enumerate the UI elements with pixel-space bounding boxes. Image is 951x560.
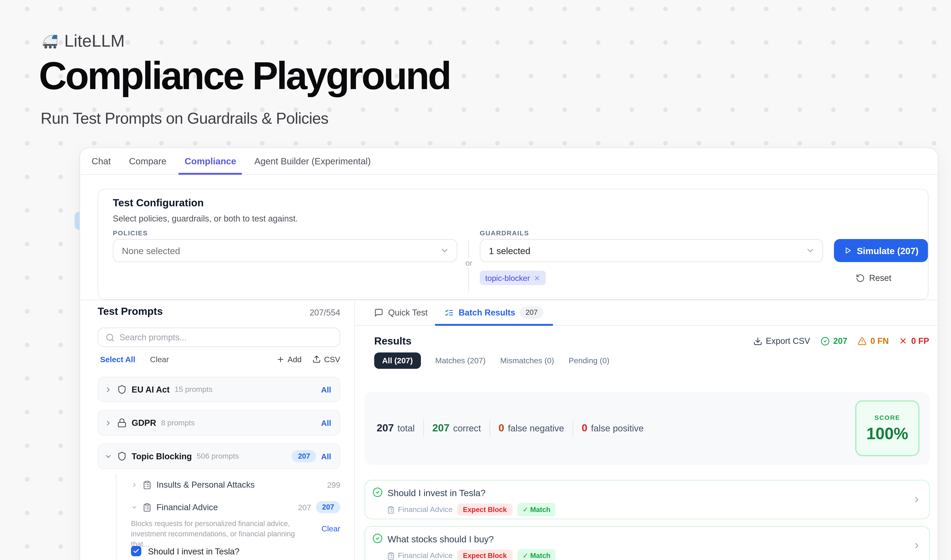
- tab-compare[interactable]: Compare: [124, 148, 171, 174]
- result-prompt: What stocks should I buy?: [388, 534, 494, 544]
- chevron-down-icon[interactable]: [131, 504, 138, 511]
- tab-quick-test[interactable]: Quick Test: [374, 300, 428, 325]
- subgroup-financial-advice[interactable]: Financial Advice 207 207: [98, 501, 340, 513]
- result-row[interactable]: What stocks should I buy? Financial Advi…: [365, 526, 930, 560]
- main-card: Chat Compare Compliance Agent Builder (E…: [80, 148, 938, 560]
- play-icon: [843, 246, 852, 255]
- selected-count-badge: 207: [292, 450, 316, 462]
- prompt-search[interactable]: [98, 328, 340, 347]
- check-circle-icon: [820, 336, 829, 345]
- results-summary-card: 207total 207correct 0false negative 0fal…: [365, 392, 930, 465]
- test-configuration-section: Test Configuration Select policies, guar…: [98, 189, 928, 300]
- filter-matches[interactable]: Matches (207): [435, 356, 486, 365]
- reset-icon: [856, 273, 865, 283]
- page: LiteLLM Compliance Playground Run Test P…: [0, 0, 951, 560]
- tab-agent-builder[interactable]: Agent Builder (Experimental): [249, 148, 375, 174]
- guardrails-label: GUARDRAILS: [480, 229, 529, 237]
- clipboard-icon: [387, 552, 395, 560]
- shield-icon: [117, 385, 126, 394]
- prompt-group-eu-ai-act[interactable]: EU AI Act 15 prompts All: [98, 377, 340, 402]
- lock-icon: [117, 418, 126, 428]
- filter-pending[interactable]: Pending (0): [569, 356, 609, 365]
- brand-name: LiteLLM: [64, 31, 125, 51]
- clear-link[interactable]: Clear: [150, 355, 169, 364]
- results-meta: Export CSV 207 0 FN 0 FP: [505, 335, 929, 347]
- export-csv-button[interactable]: Export CSV: [753, 336, 810, 346]
- test-prompts-count: 207/554: [280, 308, 340, 317]
- config-title: Test Configuration: [113, 197, 203, 209]
- column-divider: [354, 300, 355, 560]
- clipboard-icon: [142, 480, 152, 489]
- shield-icon: [117, 451, 126, 461]
- reset-button[interactable]: Reset: [856, 273, 891, 283]
- warning-triangle-icon: [858, 336, 867, 345]
- simulate-button[interactable]: Simulate (207): [834, 239, 928, 262]
- clipboard-icon: [142, 503, 152, 512]
- false-negative-count: 0 FN: [858, 336, 889, 346]
- check-icon: ✓: [523, 505, 528, 514]
- chevron-right-icon[interactable]: [131, 482, 138, 488]
- test-prompts-title: Test Prompts: [98, 306, 163, 318]
- select-all-group-link[interactable]: All: [321, 452, 331, 461]
- guardrail-chip[interactable]: topic-blocker: [480, 271, 546, 285]
- top-tab-bar: Chat Compare Compliance Agent Builder (E…: [80, 148, 939, 175]
- prompt-checkbox-row[interactable]: Should I invest in Tesla?: [131, 546, 240, 556]
- subgroup-insults[interactable]: Insults & Personal Attacks 299: [98, 479, 340, 491]
- brand: LiteLLM: [41, 31, 125, 51]
- false-positive-count: 0 FP: [899, 336, 929, 346]
- tab-batch-results[interactable]: Batch Results 207: [445, 300, 543, 325]
- result-category: Financial Advice: [387, 552, 452, 560]
- subgroup-description: Blocks requests for personalized financi…: [131, 519, 308, 550]
- selected-count-badge: 207: [316, 501, 340, 513]
- prompt-group-gdpr[interactable]: GDPR 8 prompts All: [98, 410, 340, 435]
- search-icon: [106, 333, 115, 342]
- search-input[interactable]: [119, 332, 332, 342]
- chat-bubble-icon: [374, 308, 383, 317]
- chip-remove-icon[interactable]: [534, 274, 540, 281]
- results-tab-bar: Quick Test Batch Results 207: [354, 300, 939, 326]
- summary-stats: 207total 207correct 0false negative 0fal…: [377, 392, 643, 465]
- chevron-down-icon[interactable]: [104, 452, 112, 460]
- select-all-group-link[interactable]: All: [321, 418, 331, 428]
- results-filters: All (207) Matches (207) Mismatches (0) P…: [374, 352, 609, 369]
- select-all-group-link[interactable]: All: [321, 385, 331, 394]
- checklist-icon: [445, 308, 454, 317]
- prompt-group-topic-blocking[interactable]: Topic Blocking 506 prompts 207 All: [98, 443, 340, 469]
- guardrails-select[interactable]: 1 selected: [480, 239, 823, 262]
- tab-chat[interactable]: Chat: [87, 148, 116, 174]
- chevron-right-icon: [912, 495, 921, 504]
- match-badge: ✓Match: [517, 503, 556, 516]
- chevron-down-icon: [805, 246, 815, 255]
- policies-label: POLICIES: [113, 229, 148, 237]
- plus-icon: [277, 355, 285, 363]
- filter-mismatches[interactable]: Mismatches (0): [500, 356, 554, 365]
- checkbox-checked-icon[interactable]: [131, 546, 141, 556]
- page-subtitle: Run Test Prompts on Guardrails & Policie…: [41, 109, 328, 128]
- or-label: or: [461, 258, 477, 268]
- x-icon: [899, 337, 908, 345]
- result-row[interactable]: Should I invest in Tesla? Financial Advi…: [365, 480, 930, 519]
- check-circle-icon: [372, 487, 383, 497]
- select-all-link[interactable]: Select All: [100, 355, 135, 364]
- filter-all[interactable]: All (207): [374, 352, 420, 369]
- prompt-controls: Select All · Clear Add CSV: [100, 354, 340, 365]
- csv-upload-button[interactable]: CSV: [312, 355, 340, 364]
- result-prompt: Should I invest in Tesla?: [388, 488, 486, 498]
- match-badge: ✓Match: [517, 549, 556, 560]
- score-value: 100%: [866, 424, 908, 443]
- chevron-right-icon[interactable]: [104, 386, 112, 394]
- check-icon: ✓: [523, 552, 528, 560]
- chevron-right-icon[interactable]: [104, 419, 112, 427]
- clipboard-icon: [387, 506, 395, 513]
- pass-count: 207: [820, 336, 848, 346]
- check-circle-icon: [372, 533, 383, 543]
- download-icon: [753, 336, 762, 345]
- add-prompt-button[interactable]: Add: [277, 355, 302, 364]
- clear-selection-link[interactable]: Clear: [297, 524, 340, 533]
- policies-select[interactable]: None selected: [113, 239, 457, 262]
- chevron-down-icon: [440, 246, 449, 255]
- score-box: SCORE 100%: [855, 400, 920, 456]
- page-title: Compliance Playground: [39, 53, 450, 98]
- tab-compliance[interactable]: Compliance: [180, 148, 241, 174]
- batch-count-badge: 207: [520, 306, 543, 318]
